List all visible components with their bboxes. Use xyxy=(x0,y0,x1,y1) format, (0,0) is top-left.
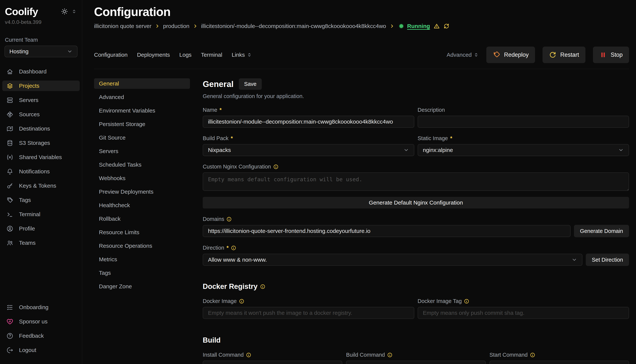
stop-label: Stop xyxy=(611,52,623,58)
subnav-item-healthcheck[interactable]: Healthcheck xyxy=(94,200,190,210)
heart-icon xyxy=(7,318,13,325)
subnav-item-tags[interactable]: Tags xyxy=(94,268,190,278)
sidebar-item-profile[interactable]: Profile xyxy=(2,223,80,234)
static-image-select[interactable]: nginx:alpine xyxy=(418,144,629,156)
docker-image-label: Docker Image xyxy=(203,298,237,304)
direction-select[interactable]: Allow www & non-www. xyxy=(203,254,582,266)
sidebar-item-keys-tokens[interactable]: Keys & Tokens xyxy=(2,180,80,191)
restart-icon xyxy=(549,51,556,58)
sidebar-item-dashboard[interactable]: Dashboard xyxy=(2,66,80,77)
sidebar-item-sources[interactable]: Sources xyxy=(2,109,80,120)
home-icon xyxy=(7,68,13,75)
set-direction-button[interactable]: Set Direction xyxy=(586,254,629,266)
sidebar-item-sponsor-us[interactable]: Sponsor us xyxy=(2,316,80,327)
name-input[interactable] xyxy=(203,116,414,128)
info-icon[interactable] xyxy=(387,352,392,358)
custom-nginx-textarea[interactable] xyxy=(203,172,629,191)
info-icon[interactable] xyxy=(464,299,469,304)
chevron-down-icon xyxy=(618,147,624,153)
domains-input[interactable] xyxy=(203,225,571,237)
team-select[interactable]: Hosting xyxy=(5,46,78,57)
sidebar-item-s3-storages[interactable]: S3 Storages xyxy=(2,138,80,148)
generate-domain-button[interactable]: Generate Domain xyxy=(574,225,629,237)
theme-selector-icon[interactable] xyxy=(72,9,77,14)
subnav-item-advanced[interactable]: Advanced xyxy=(94,92,190,102)
tab-configuration[interactable]: Configuration xyxy=(94,52,127,58)
sidebar-item-label: Terminal xyxy=(19,211,40,218)
sidebar-item-projects[interactable]: Projects xyxy=(2,80,80,91)
build-pack-label: Build Pack xyxy=(203,135,229,142)
subnav-item-webhooks[interactable]: Webhooks xyxy=(94,173,190,184)
sidebar-item-tags[interactable]: Tags xyxy=(2,195,80,205)
sidebar-item-terminal[interactable]: Terminal xyxy=(2,209,80,220)
redeploy-button[interactable]: Redeploy xyxy=(486,46,535,63)
warning-icon[interactable] xyxy=(434,23,440,29)
description-input[interactable] xyxy=(418,116,629,128)
start-command-input[interactable] xyxy=(490,360,629,364)
running-status-link[interactable]: Running xyxy=(407,23,430,29)
subnav-item-preview-deployments[interactable]: Preview Deployments xyxy=(94,186,190,197)
server-icon xyxy=(7,97,13,104)
info-icon[interactable] xyxy=(227,216,232,222)
info-icon[interactable] xyxy=(231,245,236,250)
sidebar-item-logout[interactable]: Logout xyxy=(2,345,80,355)
team-select-value: Hosting xyxy=(10,48,29,55)
breadcrumb-item[interactable]: illicitestonion/-module--decomposition:m… xyxy=(201,23,386,29)
breadcrumb-item[interactable]: illicitonion quote server xyxy=(94,23,151,29)
stop-button[interactable]: Stop xyxy=(593,46,629,63)
sidebar-item-destinations[interactable]: Destinations xyxy=(2,124,80,134)
subnav-item-resource-limits[interactable]: Resource Limits xyxy=(94,227,190,238)
info-icon[interactable] xyxy=(239,299,244,304)
chevron-down-icon xyxy=(571,257,577,262)
subnav-item-servers[interactable]: Servers xyxy=(94,146,190,156)
docker-image-tag-label: Docker Image Tag xyxy=(418,298,462,304)
sidebar-item-label: Keys & Tokens xyxy=(19,182,56,189)
info-icon[interactable] xyxy=(530,352,535,358)
save-button[interactable]: Save xyxy=(239,78,262,90)
subnav-item-persistent-storage[interactable]: Persistent Storage xyxy=(94,119,190,130)
docker-image-input[interactable] xyxy=(203,307,414,319)
variables-icon xyxy=(7,154,13,161)
subnav-item-rollback[interactable]: Rollback xyxy=(94,214,190,224)
install-command-input[interactable] xyxy=(203,360,342,364)
sidebar-nav-bottom: OnboardingSponsor usFeedbackLogout xyxy=(0,302,82,355)
tab-links[interactable]: Links xyxy=(232,52,252,58)
docker-registry-heading: Docker Registry xyxy=(203,282,258,290)
subnav-item-git-source[interactable]: Git Source xyxy=(94,132,190,143)
sidebar-item-notifications[interactable]: Notifications xyxy=(2,166,80,177)
sidebar-item-servers[interactable]: Servers xyxy=(2,95,80,105)
subnav-item-scheduled-tasks[interactable]: Scheduled Tasks xyxy=(94,160,190,170)
theme-sun-icon[interactable] xyxy=(61,8,68,15)
app-logo: Coolify xyxy=(5,6,38,17)
tab-logs[interactable]: Logs xyxy=(179,52,192,58)
docker-image-tag-input[interactable] xyxy=(418,307,629,319)
refresh-icon[interactable] xyxy=(443,23,450,29)
generate-nginx-button[interactable]: Generate Default Nginx Configuration xyxy=(203,197,629,208)
sidebar-item-shared-variables[interactable]: Shared Variables xyxy=(2,152,80,162)
stop-icon xyxy=(599,51,607,58)
tab-deployments[interactable]: Deployments xyxy=(137,52,170,58)
direction-value: Allow www & non-www. xyxy=(208,256,267,263)
info-icon[interactable] xyxy=(260,284,265,289)
subnav-item-metrics[interactable]: Metrics xyxy=(94,254,190,265)
sidebar-item-onboarding[interactable]: Onboarding xyxy=(2,302,80,312)
sidebar-item-label: Sponsor us xyxy=(19,318,48,325)
sidebar-item-teams[interactable]: Teams xyxy=(2,238,80,248)
sidebar-item-label: Notifications xyxy=(19,168,50,175)
build-pack-select[interactable]: Nixpacks xyxy=(203,144,414,156)
subnav-item-resource-operations[interactable]: Resource Operations xyxy=(94,240,190,251)
sidebar-item-feedback[interactable]: Feedback xyxy=(2,330,80,341)
breadcrumb-item[interactable]: production xyxy=(163,23,189,29)
restart-button[interactable]: Restart xyxy=(543,46,585,63)
sidebar-item-label: Destinations xyxy=(19,126,50,132)
subnav-item-danger-zone[interactable]: Danger Zone xyxy=(94,281,190,292)
custom-nginx-label: Custom Nginx Configuration xyxy=(203,164,271,170)
sidebar-item-label: Onboarding xyxy=(19,304,49,310)
tab-terminal[interactable]: Terminal xyxy=(201,52,222,58)
advanced-dropdown[interactable]: Advanced xyxy=(447,52,479,58)
info-icon[interactable] xyxy=(246,352,251,358)
info-icon[interactable] xyxy=(273,164,279,170)
subnav-item-environment-variables[interactable]: Environment Variables xyxy=(94,105,190,116)
subnav-item-general[interactable]: General xyxy=(94,78,190,89)
build-command-input[interactable] xyxy=(346,360,486,364)
